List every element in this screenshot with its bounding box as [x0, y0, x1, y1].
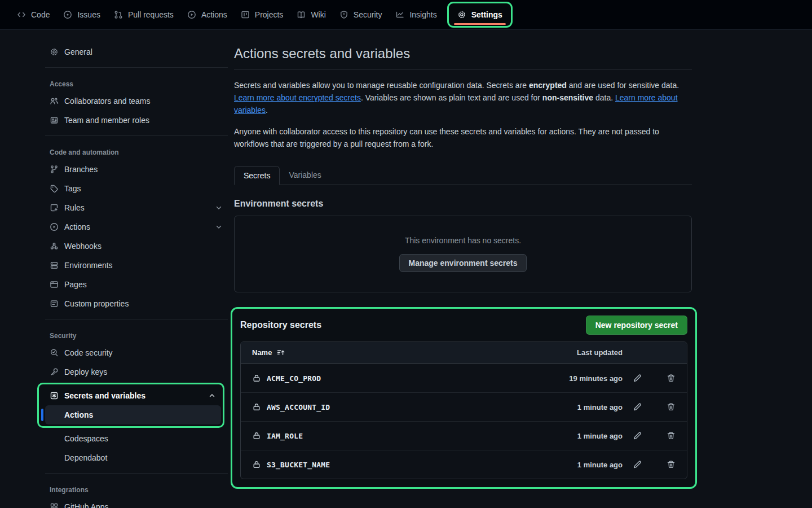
description-bold-encrypted: encrypted — [529, 81, 567, 90]
tag-icon — [50, 184, 59, 193]
play-circle-icon — [50, 222, 59, 231]
delete-secret-button[interactable] — [667, 402, 676, 411]
people-icon — [50, 97, 59, 106]
sidebar-section-code-automation: Code and automation — [45, 142, 228, 160]
row-actions — [633, 460, 676, 469]
edit-secret-button[interactable] — [633, 431, 642, 440]
environment-secrets-heading: Environment secrets — [234, 199, 692, 209]
table-row: S3_BUCKET_NAME 1 minute ago — [241, 450, 687, 479]
nav-tab-label: Insights — [409, 10, 436, 19]
nav-tab-insights[interactable]: Insights — [390, 6, 442, 24]
secret-name-cell: IAM_ROLE — [252, 431, 532, 440]
last-updated: 1 minute ago — [532, 432, 623, 440]
sidebar-item-collaborators[interactable]: Collaborators and teams — [45, 91, 228, 111]
edit-secret-button[interactable] — [633, 402, 642, 411]
sort-ascending-icon — [276, 348, 285, 357]
nav-tab-label: Security — [354, 10, 382, 19]
codescan-icon — [50, 348, 59, 357]
sidebar-item-tags[interactable]: Tags — [45, 179, 228, 198]
nav-tab-label: Code — [31, 10, 50, 19]
description-text: . — [266, 106, 268, 115]
chevron-up-icon — [208, 391, 217, 400]
nav-tab-code[interactable]: Code — [11, 6, 55, 24]
sidebar-item-label: Webhooks — [64, 242, 102, 251]
sidebar-item-deploy-keys[interactable]: Deploy keys — [45, 362, 228, 382]
sidebar-subitem-dependabot[interactable]: Dependabot — [45, 448, 228, 467]
nav-tab-settings[interactable]: Settings — [449, 3, 511, 26]
sidebar-item-github-apps[interactable]: GitHub Apps — [45, 497, 228, 508]
tab-variables[interactable]: Variables — [280, 166, 330, 185]
lock-icon — [252, 374, 261, 383]
sidebar-item-label: Collaborators and teams — [64, 97, 151, 106]
sidebar-item-code-security[interactable]: Code security — [45, 343, 228, 362]
sidebar-item-label: Deploy keys — [64, 367, 107, 376]
sidebar-item-label: Code security — [64, 348, 113, 357]
sidebar-item-pages[interactable]: Pages — [45, 275, 228, 294]
sidebar-item-general[interactable]: General — [45, 42, 228, 62]
lock-icon — [252, 431, 261, 440]
row-actions — [633, 431, 676, 440]
sidebar-item-environments[interactable]: Environments — [45, 256, 228, 275]
code-icon — [17, 10, 26, 19]
git-branch-icon — [50, 165, 59, 174]
edit-secret-button[interactable] — [633, 460, 642, 469]
table-row: IAM_ROLE 1 minute ago — [241, 421, 687, 450]
sidebar-item-rules[interactable]: Rules — [45, 198, 228, 217]
id-badge-icon — [50, 116, 59, 125]
sidebar-item-actions[interactable]: Actions — [45, 217, 228, 237]
table-header-row: Name Last updated — [241, 342, 687, 364]
rules-icon — [50, 203, 59, 212]
delete-secret-button[interactable] — [667, 431, 676, 440]
sidebar-item-branches[interactable]: Branches — [45, 160, 228, 179]
graph-icon — [395, 10, 404, 19]
environment-secrets-empty-message: This environment has no secrets. — [405, 236, 521, 245]
sidebar-item-secrets-and-variables[interactable]: Secrets and variables — [45, 386, 221, 405]
pull-request-icon — [114, 10, 123, 19]
chevron-down-icon — [214, 222, 223, 231]
annotation-box-settings: Settings — [447, 2, 513, 28]
repository-secrets-heading: Repository secrets — [240, 320, 321, 330]
sidebar-subitem-actions[interactable]: Actions — [45, 405, 221, 424]
secret-name: AWS_ACCOUNT_ID — [267, 403, 330, 411]
sidebar-item-label: GitHub Apps — [64, 502, 109, 508]
delete-secret-button[interactable] — [667, 374, 676, 383]
secret-name-cell: AWS_ACCOUNT_ID — [252, 402, 532, 411]
sidebar-item-label: Tags — [64, 184, 81, 193]
description-paragraph-2: Anyone with collaborator access to this … — [234, 125, 692, 150]
note-icon — [50, 299, 59, 308]
column-header-name[interactable]: Name — [252, 348, 532, 357]
row-actions — [633, 374, 676, 383]
manage-environment-secrets-button[interactable]: Manage environment secrets — [399, 254, 527, 272]
secret-name: ACME_CO_PROD — [267, 374, 321, 383]
nav-tab-pull-requests[interactable]: Pull requests — [108, 6, 179, 24]
nav-tab-wiki[interactable]: Wiki — [291, 6, 331, 24]
key-icon — [50, 367, 59, 376]
delete-secret-button[interactable] — [667, 460, 676, 469]
secrets-variables-tabnav: Secrets Variables — [234, 166, 692, 185]
edit-secret-button[interactable] — [633, 374, 642, 383]
sidebar-item-label: Team and member roles — [64, 116, 149, 125]
sidebar-item-label: Rules — [64, 203, 85, 212]
sidebar-item-team-roles[interactable]: Team and member roles — [45, 111, 228, 130]
link-encrypted-secrets[interactable]: Learn more about encrypted secrets — [234, 93, 361, 102]
nav-tab-actions[interactable]: Actions — [182, 6, 233, 24]
sidebar-subitem-codespaces[interactable]: Codespaces — [45, 429, 228, 448]
sidebar-item-webhooks[interactable]: Webhooks — [45, 237, 228, 256]
description-paragraph-1: Secrets and variables allow you to manag… — [234, 79, 692, 116]
nav-tab-label: Settings — [471, 10, 502, 19]
column-header-label: Name — [252, 348, 272, 357]
environment-secrets-empty-box: This environment has no secrets. Manage … — [234, 216, 692, 292]
sidebar-section-security: Security — [45, 325, 228, 343]
divider — [45, 319, 228, 319]
nav-tab-label: Projects — [255, 10, 284, 19]
sidebar-item-custom-properties[interactable]: Custom properties — [45, 294, 228, 313]
repository-secrets-header: Repository secrets New repository secret — [240, 316, 687, 335]
secret-name-cell: ACME_CO_PROD — [252, 374, 532, 383]
tab-secrets[interactable]: Secrets — [234, 166, 280, 185]
nav-tab-projects[interactable]: Projects — [235, 6, 289, 24]
nav-tab-label: Wiki — [311, 10, 325, 19]
description-text: data. — [593, 93, 615, 102]
nav-tab-issues[interactable]: Issues — [58, 6, 105, 24]
nav-tab-security[interactable]: Security — [334, 6, 388, 24]
new-repository-secret-button[interactable]: New repository secret — [586, 316, 687, 335]
